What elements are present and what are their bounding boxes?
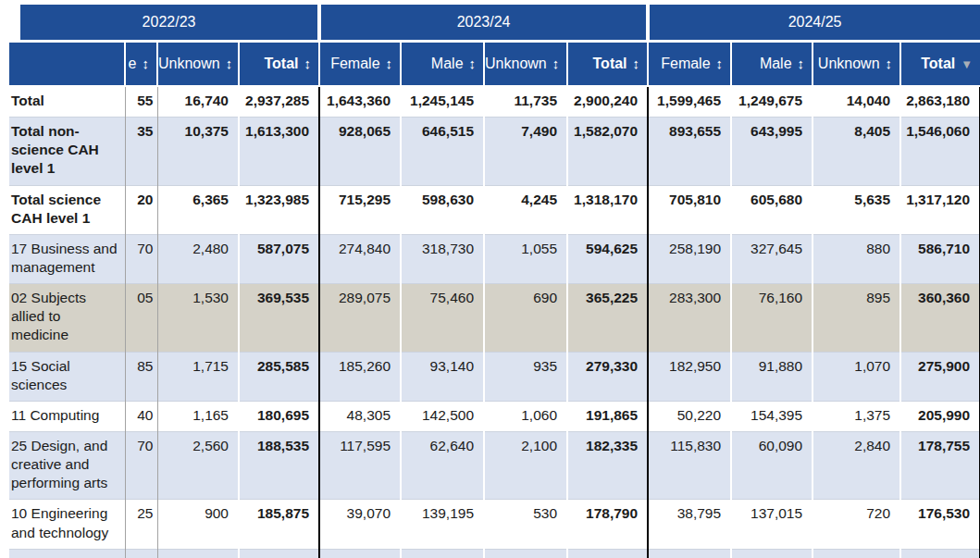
cell-unknown-2024-25: 5,635 (813, 185, 900, 234)
sort-descending-icon: ▼ (961, 57, 973, 71)
cell-total-2023-24: 2,900,240 (567, 86, 648, 118)
cell-total-2024-25: 275,900 (900, 352, 980, 401)
cell-total-2022-23: 1,323,985 (239, 185, 319, 234)
col-label: Unknown (818, 56, 880, 71)
cell-male-2022-23-truncated: 40 (125, 401, 157, 431)
students-by-subject-table: 2022/23 2023/24 2024/25 e↕ Unknown↕ Tota… (9, 5, 980, 558)
col-label: Male (431, 56, 464, 71)
cell-male-2023-24: 1,245,145 (401, 86, 484, 118)
cell-male-2022-23-truncated: 70 (125, 431, 157, 499)
col-header-total-2022-23[interactable]: Total↕ (239, 42, 319, 87)
cell-unknown-2022-23: 1,715 (157, 352, 239, 401)
sort-updown-icon: ↕ (886, 56, 893, 71)
table-row: 02 Subjects allied to medicine051,530369… (9, 284, 980, 352)
cell-total-2024-25: 176,530 (900, 500, 980, 549)
cell-female-2024-25: 893,655 (648, 118, 731, 185)
cell-total-2022-23: 188,535 (239, 431, 319, 499)
cell-male-2023-24: 62,640 (401, 431, 484, 499)
table-row: 10 Engineering and technology25900185,87… (9, 500, 980, 549)
cell-total-2022-23: 146,595 (239, 549, 319, 558)
cell-male-2024-25: 76,160 (731, 284, 813, 352)
cell-male-2022-23-truncated: 35 (125, 118, 157, 185)
cell-total-2023-24: 1,318,170 (567, 185, 648, 234)
cell-unknown-2023-24: 690 (484, 284, 567, 352)
cell-male-2024-25: 327,645 (731, 234, 813, 283)
table-row: 25 Design, and creative and performing a… (9, 431, 980, 499)
cell-unknown-2022-23: 2,480 (157, 234, 239, 283)
cell-total-2024-25: 205,990 (900, 401, 980, 431)
row-label: 17 Business and management (9, 234, 125, 283)
cell-male-2023-24: 51,725 (401, 549, 484, 558)
row-label-header (9, 42, 125, 87)
cell-male-2023-24: 139,195 (401, 500, 484, 549)
cell-female-2023-24: 92,415 (319, 549, 401, 558)
cell-male-2024-25: 154,395 (731, 401, 813, 431)
cell-total-2022-23: 285,585 (239, 352, 319, 401)
cell-female-2024-25: 115,830 (648, 431, 731, 499)
col-header-male-2024-25[interactable]: Male↕ (731, 42, 813, 87)
col-header-total-2024-25[interactable]: Total▼ (900, 42, 980, 87)
col-label: Male (760, 56, 792, 71)
cell-total-2024-25: 178,755 (900, 431, 980, 499)
col-header-unknown-2024-25[interactable]: Unknown↕ (813, 42, 900, 87)
table-body: Total5516,7402,937,2851,643,3601,245,145… (9, 86, 980, 558)
cell-unknown-2024-25: 880 (813, 234, 900, 283)
col-label: Unknown (158, 56, 220, 71)
cell-male-2024-25: 643,995 (731, 118, 813, 185)
cell-unknown-2023-24: 530 (484, 500, 567, 549)
row-label: 15 Social sciences (9, 352, 125, 401)
col-header-female-2023-24[interactable]: Female↕ (319, 42, 401, 87)
table-row: Total5516,7402,937,2851,643,3601,245,145… (9, 86, 980, 118)
year-band-2024-25: 2024/25 (648, 5, 980, 42)
cell-unknown-2024-25: 14,040 (813, 86, 900, 118)
cell-female-2023-24: 289,075 (319, 284, 401, 352)
cell-total-2022-23: 369,535 (239, 284, 319, 352)
col-label: Unknown (485, 56, 547, 71)
col-label: Total (593, 56, 627, 71)
col-header-female-2024-25[interactable]: Female↕ (648, 42, 731, 87)
sort-updown-icon: ↕ (304, 56, 312, 71)
cell-total-2023-24: 594,625 (567, 234, 648, 283)
cell-female-2024-25: 1,599,465 (648, 86, 731, 118)
column-header-row: e↕ Unknown↕ Total↕ Female↕ Male↕ Unknown… (9, 42, 980, 87)
year-band-2023-24: 2023/24 (319, 5, 648, 42)
cell-total-2023-24: 279,330 (567, 352, 648, 401)
sort-updown-icon: ↕ (633, 56, 640, 71)
cell-unknown-2023-24: 4,245 (484, 185, 567, 234)
table-row: 17 Business and management702,480587,075… (9, 234, 980, 283)
cell-female-2024-25: 50,220 (648, 401, 731, 431)
cell-unknown-2024-25: 720 (813, 500, 900, 549)
cell-female-2023-24: 928,065 (319, 118, 401, 185)
cell-unknown-2022-23: 450 (157, 549, 239, 558)
col-header-total-2023-24[interactable]: Total↕ (567, 42, 648, 87)
cell-total-2022-23: 180,695 (239, 401, 319, 431)
cell-unknown-2023-24: 7,490 (484, 118, 567, 185)
cell-unknown-2022-23: 6,365 (157, 185, 239, 234)
col-header-unknown-2023-24[interactable]: Unknown↕ (484, 42, 567, 87)
cell-male-2022-23-truncated: 25 (125, 500, 157, 549)
cell-unknown-2022-23: 10,375 (157, 118, 239, 185)
cell-male-2023-24: 318,730 (401, 234, 484, 283)
cell-female-2024-25: 182,950 (648, 352, 731, 401)
cell-unknown-2024-25: 1,070 (813, 352, 900, 401)
cell-male-2024-25: 1,249,675 (731, 86, 813, 118)
cell-unknown-2022-23: 900 (157, 500, 239, 549)
cell-unknown-2022-23: 2,560 (157, 431, 239, 499)
cell-male-2022-23-truncated: 05 (125, 284, 157, 352)
cell-total-2024-25: 144,525 (900, 549, 980, 558)
col-header-unknown-2022-23[interactable]: Unknown↕ (157, 42, 239, 87)
row-label: Total non-science CAH level 1 (9, 118, 125, 185)
cell-unknown-2023-24: 610 (484, 549, 567, 558)
row-label: 10 Engineering and technology (9, 500, 125, 549)
data-table-container: 2022/23 2023/24 2024/25 e↕ Unknown↕ Tota… (0, 0, 980, 558)
cell-female-2024-25: 705,810 (648, 185, 731, 234)
cell-total-2022-23: 185,875 (239, 500, 319, 549)
cell-male-2022-23-truncated: 85 (125, 352, 157, 401)
cell-male-2022-23-truncated: 70 (125, 234, 157, 283)
cell-female-2023-24: 48,305 (319, 401, 401, 431)
col-header-male-2023-24[interactable]: Male↕ (401, 42, 484, 87)
col-header-male-2022-23-truncated[interactable]: e↕ (125, 42, 157, 87)
cell-male-2023-24: 598,630 (401, 185, 484, 234)
cell-unknown-2024-25: 570 (813, 549, 900, 558)
cell-male-2024-25: 605,680 (731, 185, 813, 234)
